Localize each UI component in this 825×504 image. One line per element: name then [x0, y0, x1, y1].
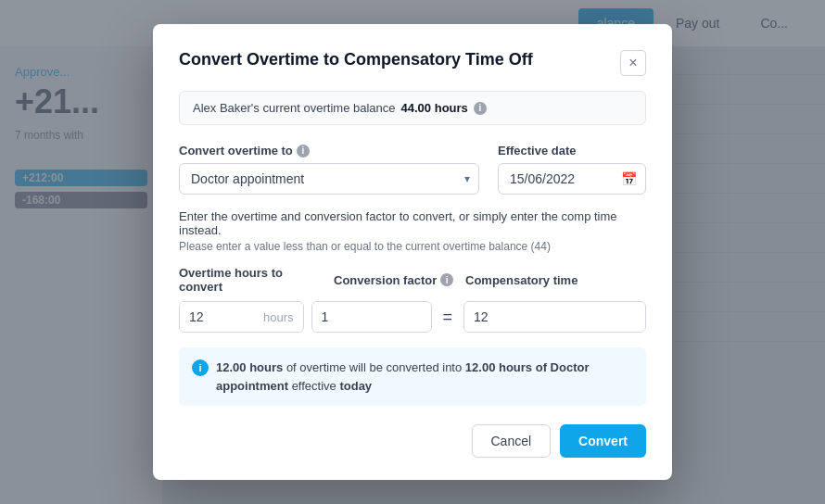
cancel-button[interactable]: Cancel	[472, 424, 552, 458]
overtime-unit: hours	[254, 303, 303, 332]
date-wrapper: 📅	[498, 163, 646, 195]
convert-to-label: Convert overtime to i	[179, 144, 479, 158]
summary-text: 12.00 hours of overtime will be converte…	[216, 359, 633, 395]
balance-info-icon[interactable]: i	[474, 102, 487, 115]
convert-to-info-icon[interactable]: i	[297, 145, 310, 158]
comp-unit: hours	[645, 303, 646, 332]
factor-label: Conversion factor i	[334, 266, 454, 294]
convert-to-select[interactable]: Doctor appointment Compensatory time off…	[179, 163, 479, 195]
overtime-label: Overtime hours to convert	[179, 266, 323, 294]
info-text-main: Enter the overtime and conversion factor…	[179, 209, 646, 237]
modal-dialog: Convert Overtime to Compensatory Time Of…	[153, 24, 672, 480]
summary-message: i 12.00 hours of overtime will be conver…	[179, 347, 646, 406]
comp-label: Compensatory time	[465, 266, 646, 294]
modal-footer: Cancel Convert	[179, 424, 646, 458]
form-row-top: Convert overtime to i Doctor appointment…	[179, 144, 646, 195]
balance-bar: Alex Baker's current overtime balance 44…	[179, 91, 646, 125]
balance-amount: 44.00 hours	[401, 101, 468, 115]
modal-header: Convert Overtime to Compensatory Time Of…	[179, 50, 646, 76]
modal-title: Convert Overtime to Compensatory Time Of…	[179, 50, 533, 69]
effective-date-label: Effective date	[498, 144, 646, 158]
summary-info-icon: i	[192, 359, 209, 376]
close-button[interactable]: ×	[620, 50, 646, 76]
effective-date-input[interactable]	[498, 163, 646, 195]
convert-to-select-wrapper: Doctor appointment Compensatory time off…	[179, 163, 479, 195]
summary-hours-converted: 12.00 hours	[216, 360, 283, 374]
conversion-labels: Overtime hours to convert Conversion fac…	[179, 266, 646, 294]
overtime-input-wrapper: hours	[179, 301, 304, 333]
convert-button[interactable]: Convert	[560, 424, 646, 458]
summary-effective: today	[339, 379, 372, 393]
factor-info-icon[interactable]: i	[440, 273, 453, 286]
factor-input-wrapper: x	[311, 301, 432, 333]
comp-input[interactable]	[464, 302, 645, 332]
conversion-section: Overtime hours to convert Conversion fac…	[179, 266, 646, 333]
convert-to-group: Convert overtime to i Doctor appointment…	[179, 144, 479, 195]
equals-sign: =	[439, 308, 457, 327]
conversion-inputs: hours x = hours	[179, 301, 646, 333]
factor-input[interactable]	[312, 302, 432, 332]
comp-input-wrapper: hours	[463, 301, 646, 333]
balance-label: Alex Baker's current overtime balance	[193, 101, 396, 115]
effective-date-group: Effective date 📅	[498, 144, 646, 195]
info-text-block: Enter the overtime and conversion factor…	[179, 209, 646, 253]
modal-overlay: Convert Overtime to Compensatory Time Of…	[0, 0, 825, 504]
overtime-input[interactable]	[180, 302, 254, 332]
info-text-sub: Please enter a value less than or equal …	[179, 240, 646, 253]
